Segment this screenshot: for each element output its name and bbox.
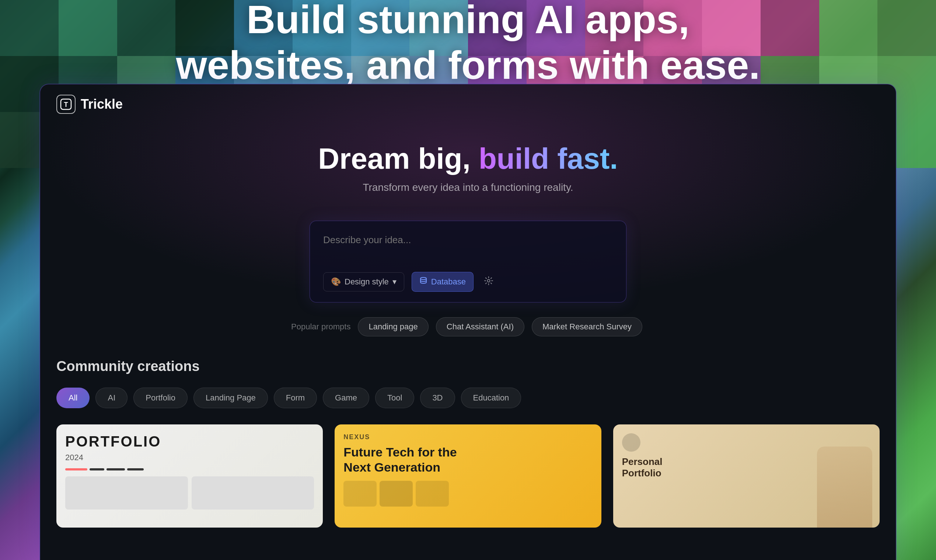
cat-tab-landing-page[interactable]: Landing Page xyxy=(194,388,268,408)
prompt-chip-survey[interactable]: Market Research Survey xyxy=(532,317,642,336)
cat-tab-3d[interactable]: 3D xyxy=(420,388,455,408)
logo-name: Trickle xyxy=(81,97,123,112)
logo-area: T Trickle xyxy=(56,95,123,114)
cat-tab-education[interactable]: Education xyxy=(461,388,522,408)
database-button[interactable]: Database xyxy=(412,272,474,292)
design-style-button[interactable]: 🎨 Design style ▾ xyxy=(323,272,404,291)
prompt-chip-landing[interactable]: Landing page xyxy=(358,317,428,336)
cat-tab-tool[interactable]: Tool xyxy=(375,388,414,408)
settings-button[interactable] xyxy=(481,273,496,291)
community-section: Community creations All AI Portfolio Lan… xyxy=(40,336,896,538)
cat-tab-ai[interactable]: AI xyxy=(95,388,128,408)
palette-icon: 🎨 xyxy=(331,277,341,287)
idea-toolbar: 🎨 Design style ▾ Database xyxy=(323,272,613,292)
prompt-chip-chat[interactable]: Chat Assistant (AI) xyxy=(436,317,524,336)
card-tech-news[interactable]: NEXUS Future Tech for theNext Generation xyxy=(335,425,601,528)
card-tech-title: Future Tech for theNext Generation xyxy=(343,445,592,475)
cards-row: PORTFOLIO 2024 NEX xyxy=(56,425,880,528)
hero-section: Build stunning AI apps, websites, and fo… xyxy=(0,0,936,85)
card-portfolio-year: 2024 xyxy=(65,453,314,462)
svg-point-2 xyxy=(420,277,426,280)
cat-tab-game[interactable]: Game xyxy=(323,388,369,408)
database-icon xyxy=(419,277,428,287)
chevron-down-icon: ▾ xyxy=(393,277,397,287)
prompts-row: Popular prompts Landing page Chat Assist… xyxy=(284,317,652,336)
idea-input-area: 🎨 Design style ▾ Database xyxy=(302,221,634,303)
svg-point-3 xyxy=(488,279,490,282)
app-hero: Dream big, build fast. Transform every i… xyxy=(40,124,896,205)
card-portfolio[interactable]: PORTFOLIO 2024 xyxy=(56,425,323,528)
cat-tab-all[interactable]: All xyxy=(56,388,89,408)
app-headline: Dream big, build fast. xyxy=(48,143,888,175)
cat-tab-form[interactable]: Form xyxy=(274,388,317,408)
idea-textarea[interactable] xyxy=(323,234,613,264)
category-tabs: All AI Portfolio Landing Page Form Game … xyxy=(56,388,880,408)
logo-icon: T xyxy=(56,95,75,114)
card-nexus-label: NEXUS xyxy=(343,433,592,441)
card-portfolio-title: PORTFOLIO xyxy=(65,433,314,450)
community-title: Community creations xyxy=(56,358,880,374)
cat-tab-portfolio[interactable]: Portfolio xyxy=(133,388,188,408)
app-subtitle: Transform every idea into a functioning … xyxy=(48,182,888,194)
idea-box: 🎨 Design style ▾ Database xyxy=(309,221,627,303)
app-window: T Trickle Dream big, build fast. Transfo… xyxy=(40,84,896,560)
top-nav: T Trickle xyxy=(40,85,896,124)
card-beige-inner: Personal Portfolio xyxy=(613,425,880,528)
svg-text:T: T xyxy=(64,101,68,108)
hero-title: Build stunning AI apps, websites, and fo… xyxy=(176,0,760,88)
card-beige[interactable]: Personal Portfolio xyxy=(613,425,880,528)
card-tech-inner: NEXUS Future Tech for theNext Generation xyxy=(335,425,601,528)
prompts-label: Popular prompts xyxy=(291,322,351,332)
